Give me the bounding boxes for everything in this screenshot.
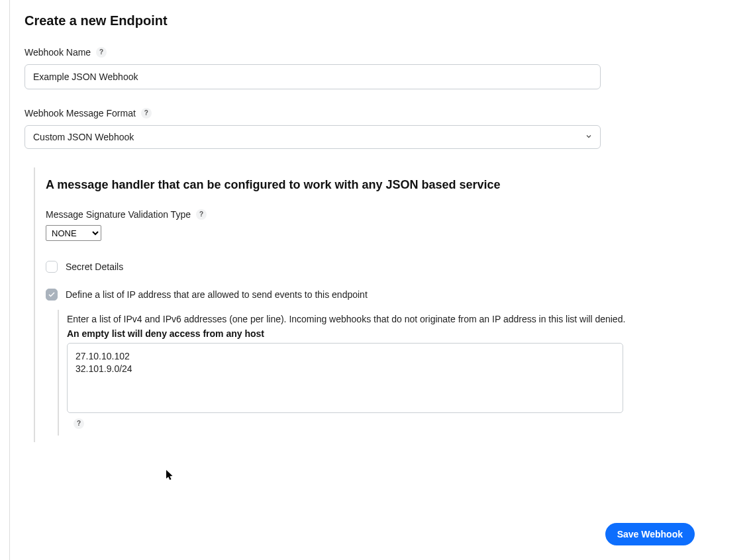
ip-allowlist-block: Enter a list of IPv4 and IPv6 addresses …	[58, 310, 628, 436]
webhook-name-label: Webhook Name	[25, 47, 91, 58]
ip-allowlist-checkbox[interactable]	[46, 289, 58, 301]
ip-allowlist-label: Define a list of IP address that are all…	[66, 289, 368, 300]
secret-details-row: Secret Details	[46, 261, 727, 273]
webhook-format-select[interactable]: Custom JSON Webhook	[25, 125, 601, 149]
ip-allowlist-textarea[interactable]	[67, 343, 623, 413]
sig-validation-label: Message Signature Validation Type	[46, 209, 191, 220]
help-icon[interactable]: ?	[96, 47, 107, 58]
sig-validation-field: Message Signature Validation Type ? NONE	[46, 209, 727, 241]
handler-description: A message handler that can be configured…	[46, 178, 727, 192]
handler-panel: A message handler that can be configured…	[34, 167, 727, 442]
webhook-name-field: Webhook Name ?	[25, 47, 727, 89]
help-icon[interactable]: ?	[74, 418, 84, 429]
webhook-name-input[interactable]	[25, 64, 601, 89]
help-icon[interactable]: ?	[196, 209, 207, 220]
sig-validation-select[interactable]: NONE	[46, 225, 101, 241]
secret-details-label: Secret Details	[66, 261, 123, 272]
page-title: Create a new Endpoint	[25, 13, 727, 28]
ip-allowlist-row: Define a list of IP address that are all…	[46, 289, 727, 301]
cursor-icon	[166, 470, 176, 483]
help-icon[interactable]: ?	[141, 108, 152, 118]
ip-allowlist-description: Enter a list of IPv4 and IPv6 addresses …	[67, 312, 628, 327]
webhook-format-field: Webhook Message Format ? Custom JSON Web…	[25, 108, 727, 149]
secret-details-checkbox[interactable]	[46, 261, 58, 273]
ip-allowlist-warning: An empty list will deny access from any …	[67, 328, 628, 339]
webhook-format-label: Webhook Message Format	[25, 108, 136, 118]
save-webhook-button[interactable]: Save Webhook	[605, 523, 695, 545]
